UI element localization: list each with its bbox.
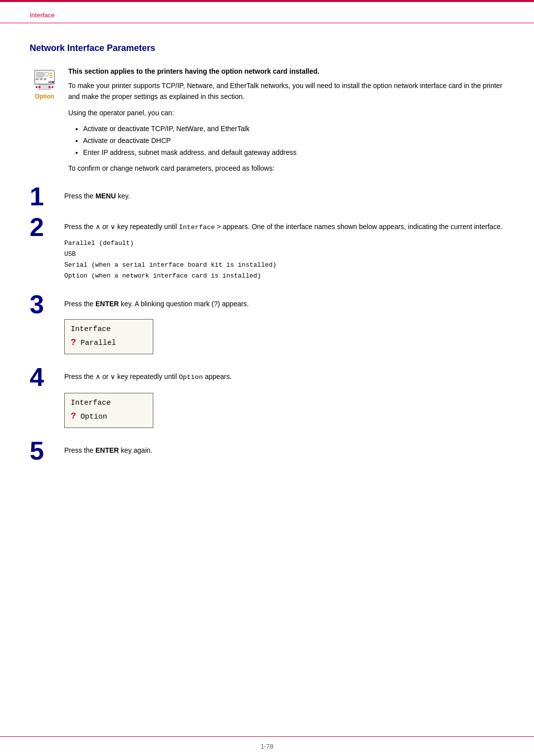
- step-4-content: Press the ∧ or ∨ key repeatedly until Op…: [64, 368, 504, 432]
- step-1-block: 1 Press the MENU key.: [30, 188, 504, 209]
- lcd-cursor: ?: [71, 411, 76, 421]
- step-3-lcd: Interface ? Parallel: [64, 319, 153, 354]
- step-3-content: Press the ENTER key. A blinking question…: [64, 295, 504, 359]
- svg-point-16: [51, 86, 53, 88]
- breadcrumb: Interface: [30, 11, 55, 19]
- bullet-item: Enter IP address, subnet mask address, a…: [83, 147, 504, 159]
- header-area: Interface: [0, 2, 534, 23]
- step-4-lcd: Interface ? Option: [64, 393, 153, 428]
- svg-rect-2: [44, 72, 48, 76]
- lcd-line2: Parallel: [76, 339, 116, 347]
- footer-page-number: 1-78: [261, 743, 273, 750]
- svg-rect-1: [37, 72, 44, 77]
- step-4-number: 4: [30, 364, 64, 390]
- step-1-content: Press the MENU key.: [64, 188, 504, 206]
- step-2-block: 2 Press the ∧ or ∨ key repeatedly until …: [30, 218, 504, 286]
- step-5-text: Press the ENTER key again.: [64, 445, 504, 456]
- printer-icon: [32, 68, 57, 92]
- step-3-text: Press the ENTER key. A blinking question…: [64, 298, 504, 309]
- step-2-number: 2: [30, 214, 64, 240]
- page-container: Interface Network Interface Parameters: [0, 0, 534, 756]
- step-3-number: 3: [30, 291, 64, 317]
- bullet-item: Activate or deactivate TCP/IP, NetWare, …: [83, 123, 504, 135]
- svg-rect-3: [36, 78, 39, 80]
- step-5-number: 5: [30, 438, 64, 464]
- before-steps-text: To confirm or change network card parame…: [68, 163, 504, 174]
- step-4-block: 4 Press the ∧ or ∨ key repeatedly until …: [30, 368, 504, 432]
- intro-block: Option This section applies to the print…: [30, 67, 504, 179]
- svg-point-15: [48, 86, 50, 88]
- step-1-number: 1: [30, 184, 64, 209]
- step-5-content: Press the ENTER key again.: [64, 442, 504, 461]
- intro-text-block: This section applies to the printers hav…: [68, 67, 504, 179]
- lcd-line2: Option: [76, 413, 107, 421]
- section-title: Network Interface Parameters: [30, 43, 504, 53]
- svg-rect-11: [48, 81, 51, 83]
- bullet-list: Activate or deactivate TCP/IP, NetWare, …: [83, 123, 504, 158]
- icon-area: Option: [30, 68, 59, 100]
- step-1-text: Press the MENU key.: [64, 190, 504, 201]
- svg-point-14: [39, 86, 41, 88]
- lcd-line1: Interface: [71, 399, 111, 407]
- intro-para2: Using the operator panel, you can:: [68, 107, 504, 118]
- footer-area: 1-78: [0, 736, 534, 756]
- intro-para1: To make your printer supports TCP/IP, Ne…: [68, 80, 504, 102]
- step-2-text: Press the ∧ or ∨ key repeatedly until In…: [64, 221, 504, 233]
- svg-rect-12: [51, 81, 54, 83]
- step-2-codelist: Parallel (default) USB Serial (when a se…: [64, 238, 504, 282]
- step-3-block: 3 Press the ENTER key. A blinking questi…: [30, 295, 504, 359]
- step-2-content: Press the ∧ or ∨ key repeatedly until In…: [64, 218, 504, 286]
- bullet-item: Activate or deactivate DHCP: [83, 135, 504, 147]
- svg-rect-5: [44, 78, 46, 80]
- lcd-line1: Interface: [71, 325, 111, 333]
- step-5-block: 5 Press the ENTER key again.: [30, 442, 504, 464]
- svg-point-13: [36, 86, 38, 88]
- lcd-cursor: ?: [71, 337, 76, 347]
- step-4-text: Press the ∧ or ∨ key repeatedly until Op…: [64, 371, 504, 383]
- option-label: Option: [35, 93, 54, 100]
- bold-intro-text: This section applies to the printers hav…: [68, 67, 504, 75]
- content-area: Network Interface Parameters: [0, 23, 534, 502]
- svg-rect-4: [40, 78, 43, 80]
